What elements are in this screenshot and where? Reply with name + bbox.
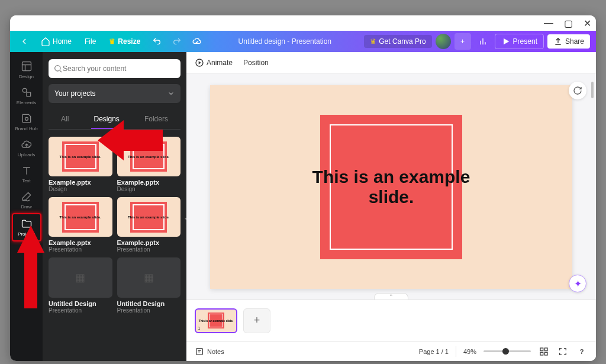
home-button[interactable]: Home [36,34,76,49]
sparkle-icon: ✦ [574,278,582,289]
share-button[interactable]: Share [547,34,590,49]
search-input[interactable] [63,65,176,73]
tab-folders[interactable]: Folders [142,110,170,129]
rail-design[interactable]: Design [12,57,41,83]
rail-projects-label: Projects [18,231,35,237]
project-folder-dropdown[interactable]: Your projects [49,84,180,103]
project-title: Example.pptx [117,179,181,186]
notes-button[interactable]: Notes [195,347,224,356]
crown-icon: ♛ [109,37,115,46]
rail-draw-label: Draw [21,204,32,210]
back-button[interactable] [16,33,33,50]
chevron-down-icon [167,90,175,97]
maximize-button[interactable]: ▢ [564,18,573,29]
analytics-button[interactable] [475,33,491,50]
brand-icon [21,112,33,124]
svg-rect-10 [544,352,547,355]
animate-button[interactable]: Animate [195,58,233,67]
text-icon [21,165,33,176]
chart-icon [478,37,488,46]
canvas-area: Animate Position This is an example slid… [186,52,596,361]
page-strip: This is an example slide. 1 + [186,299,596,341]
fullscreen-icon [558,347,568,356]
tab-designs[interactable]: Designs [91,110,121,129]
placeholder-icon: ▦ [144,271,154,284]
get-pro-button[interactable]: ♛ Get Canva Pro [364,35,431,48]
project-type: Presentation [117,246,181,253]
side-rail: Design Elements Brand Hub Uploads Text D… [10,52,43,361]
project-card[interactable]: This is an example slide. Example.pptx P… [117,197,181,253]
play-icon [501,37,511,46]
zoom-slider[interactable] [483,350,531,352]
search-container [49,59,180,78]
grid-view-button[interactable] [538,346,550,357]
home-label: Home [53,37,72,46]
pro-label: Get Canva Pro [379,37,426,46]
crown-icon: ♛ [370,37,376,46]
svg-rect-2 [27,92,31,96]
rail-projects[interactable]: Projects [12,213,41,241]
present-label: Present [513,37,537,46]
slide[interactable]: This is an example slide. [210,85,572,289]
upload-icon [553,37,563,46]
thumb-text: This is an example slide. [128,155,169,159]
redo-icon [172,37,182,46]
projects-grid: This is an example slide. Example.pptx D… [49,137,180,314]
page-thumbnail[interactable]: This is an example slide. 1 [195,308,237,333]
redo-button[interactable] [169,33,185,50]
slide-text: This is an example slide. [312,167,470,207]
project-type: Design [49,186,112,192]
cloud-upload-icon [21,138,33,150]
search-icon [53,64,63,73]
design-title[interactable]: Untitled design - Presentation [205,37,364,46]
close-window-button[interactable]: ✕ [584,18,591,29]
canvas-stage[interactable]: This is an example slide. ✦ ⌃ [186,73,596,299]
magic-button[interactable]: ✦ [569,275,586,292]
svg-rect-0 [22,62,31,71]
rail-text[interactable]: Text [12,161,41,187]
rail-draw[interactable]: Draw [12,187,41,213]
present-button[interactable]: Present [495,34,544,49]
resize-label: Resize [118,37,140,46]
help-button[interactable]: ? [576,346,588,357]
project-card[interactable]: This is an example slide. Example.pptx D… [117,137,181,192]
page-drawer-handle[interactable]: ⌃ [374,293,408,299]
zoom-percent[interactable]: 49% [463,348,476,355]
project-card[interactable]: This is an example slide. Example.pptx P… [49,197,112,253]
rail-elements[interactable]: Elements [12,83,41,109]
project-type: Presentation [49,307,112,314]
rail-design-label: Design [19,74,34,79]
resize-button[interactable]: ♛ Resize [104,35,145,48]
refresh-button[interactable] [569,82,586,99]
cloud-sync-button[interactable] [189,33,205,50]
file-label: File [85,37,96,46]
project-card[interactable]: This is an example slide. Example.pptx D… [49,137,112,192]
project-thumbnail: ▦ [117,257,181,297]
add-member-button[interactable]: + [454,33,471,50]
position-button[interactable]: Position [243,59,269,67]
add-page-button[interactable]: + [243,308,270,333]
project-type: Design [117,186,181,192]
rail-uploads[interactable]: Uploads [12,135,41,161]
svg-rect-7 [540,348,543,351]
notes-label: Notes [207,348,224,355]
page-thumb-text: This is an example slide. [199,319,234,323]
project-card[interactable]: ▦ Untitled Design Presentation [49,257,112,313]
project-title: Example.pptx [117,239,181,246]
project-card[interactable]: ▦ Untitled Design Presentation [117,257,181,313]
home-icon [41,37,50,46]
rail-uploads-label: Uploads [18,152,35,157]
rail-brand-hub[interactable]: Brand Hub [12,109,41,135]
position-label: Position [243,59,269,67]
project-title: Example.pptx [49,179,112,186]
project-thumbnail: ▦ [49,257,112,297]
scrollbar[interactable] [591,82,594,98]
tab-all[interactable]: All [59,110,71,129]
user-avatar[interactable] [436,34,451,49]
minimize-button[interactable]: — [544,18,553,28]
undo-button[interactable] [149,33,165,50]
file-menu[interactable]: File [80,35,101,48]
svg-point-1 [22,88,27,92]
main-content: Design Elements Brand Hub Uploads Text D… [10,52,596,361]
fullscreen-button[interactable] [557,346,569,357]
